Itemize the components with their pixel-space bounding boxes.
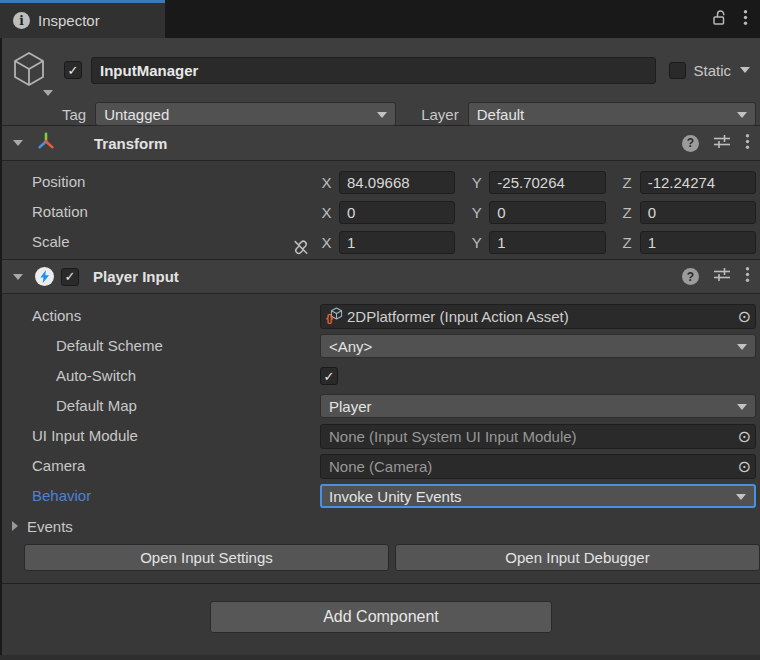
actions-object-field[interactable]: {} 2DPlatformer (Input Action Asset) ⊙ xyxy=(320,304,756,329)
rotation-z-value: 0 xyxy=(648,204,656,221)
axis-y-label: Y xyxy=(470,204,483,221)
open-input-debugger-button[interactable]: Open Input Debugger xyxy=(395,544,760,571)
axis-z-label: Z xyxy=(621,174,634,191)
axis-z-label: Z xyxy=(621,204,634,221)
behavior-dropdown[interactable]: Invoke Unity Events xyxy=(320,484,756,508)
position-z-field[interactable]: -12.24274 xyxy=(640,171,756,194)
player-input-header[interactable]: ✓ Player Input ? xyxy=(0,259,760,294)
auto-switch-label: Auto-Switch xyxy=(56,367,136,384)
scale-z-value: 1 xyxy=(648,234,656,251)
scale-z-field[interactable]: 1 xyxy=(640,231,756,254)
axis-y-label: Y xyxy=(470,234,483,251)
actions-row: Actions {} 2DPlatformer (Input Action As… xyxy=(2,301,760,331)
default-map-dropdown[interactable]: Player xyxy=(320,394,756,418)
behavior-row: Behavior Invoke Unity Events xyxy=(2,481,760,511)
rotation-y-field[interactable]: 0 xyxy=(489,201,605,224)
transform-body: Position X 84.09668 Y -25.70264 Z -12.24… xyxy=(0,161,760,259)
behavior-value: Invoke Unity Events xyxy=(329,488,462,505)
ui-input-module-value: None (Input System UI Input Module) xyxy=(329,428,577,445)
checkmark-icon: ✓ xyxy=(324,369,335,384)
rotation-row: Rotation X 0 Y 0 Z 0 xyxy=(2,197,760,227)
player-input-icon xyxy=(35,267,54,286)
info-icon: i xyxy=(13,12,30,29)
help-icon[interactable]: ? xyxy=(682,135,699,152)
default-map-label: Default Map xyxy=(56,397,137,414)
scale-x-field[interactable]: 1 xyxy=(339,231,455,254)
presets-icon[interactable] xyxy=(713,267,731,286)
gameobject-name-field[interactable]: InputManager xyxy=(91,57,656,84)
static-dropdown-arrow[interactable] xyxy=(740,67,750,73)
transform-foldout-icon[interactable] xyxy=(13,140,23,146)
gameobject-active-checkbox[interactable]: ✓ xyxy=(64,61,82,79)
gameobject-header: ✓ InputManager Static Tag Untagged Layer… xyxy=(0,38,760,126)
scale-label: Scale xyxy=(32,233,70,250)
checkmark-icon: ✓ xyxy=(68,63,79,78)
position-y-field[interactable]: -25.70264 xyxy=(489,171,605,194)
position-x-value: 84.09668 xyxy=(347,174,410,191)
default-map-row: Default Map Player xyxy=(2,391,760,421)
help-icon[interactable]: ? xyxy=(682,268,699,285)
behavior-label: Behavior xyxy=(32,487,91,504)
gameobject-icon[interactable] xyxy=(10,50,64,90)
object-picker-icon[interactable]: ⊙ xyxy=(733,305,755,328)
rotation-x-value: 0 xyxy=(347,204,355,221)
position-z-value: -12.24274 xyxy=(648,174,716,191)
tag-value: Untagged xyxy=(104,106,169,123)
player-input-body: Actions {} 2DPlatformer (Input Action As… xyxy=(0,294,760,583)
open-input-settings-button[interactable]: Open Input Settings xyxy=(24,544,389,571)
unlock-icon[interactable] xyxy=(711,9,727,30)
actions-value: 2DPlatformer (Input Action Asset) xyxy=(347,308,569,325)
axis-z-label: Z xyxy=(621,234,634,251)
inspector-footer: Add Component xyxy=(0,583,760,657)
presets-icon[interactable] xyxy=(713,134,731,153)
axis-y-label: Y xyxy=(470,174,483,191)
icon-dropdown-arrow[interactable] xyxy=(43,90,53,96)
rotation-x-field[interactable]: 0 xyxy=(339,201,455,224)
open-input-settings-label: Open Input Settings xyxy=(140,549,273,566)
player-input-foldout-icon[interactable] xyxy=(13,274,23,280)
broken-link-icon[interactable] xyxy=(292,239,310,260)
scale-y-value: 1 xyxy=(497,234,505,251)
tag-label: Tag xyxy=(62,106,86,123)
braces-glyph: {} xyxy=(326,313,332,324)
position-x-field[interactable]: 84.09668 xyxy=(339,171,455,194)
rotation-z-field[interactable]: 0 xyxy=(640,201,756,224)
object-picker-icon[interactable]: ⊙ xyxy=(733,425,755,448)
events-foldout-icon[interactable] xyxy=(12,521,18,531)
object-picker-icon[interactable]: ⊙ xyxy=(733,455,755,478)
kebab-menu-icon[interactable] xyxy=(745,266,750,287)
transform-header[interactable]: Transform ? xyxy=(0,126,760,161)
ui-input-module-object-field[interactable]: None (Input System UI Input Module) ⊙ xyxy=(320,424,756,449)
kebab-menu-icon[interactable] xyxy=(745,133,750,154)
camera-label: Camera xyxy=(32,457,85,474)
layer-dropdown[interactable]: Default xyxy=(468,102,756,126)
default-scheme-value: <Any> xyxy=(329,338,372,355)
open-input-debugger-label: Open Input Debugger xyxy=(505,549,649,566)
actions-label: Actions xyxy=(32,307,81,324)
camera-row: Camera None (Camera) ⊙ xyxy=(2,451,760,481)
tag-dropdown[interactable]: Untagged xyxy=(95,102,396,126)
window-bottom-edge xyxy=(0,655,760,660)
scale-y-field[interactable]: 1 xyxy=(489,231,605,254)
add-component-button[interactable]: Add Component xyxy=(210,601,552,633)
rotation-label: Rotation xyxy=(32,203,88,220)
events-row[interactable]: Events xyxy=(2,511,760,541)
auto-switch-checkbox[interactable]: ✓ xyxy=(320,367,338,385)
camera-object-field[interactable]: None (Camera) ⊙ xyxy=(320,454,756,479)
kebab-menu-icon[interactable] xyxy=(743,9,748,30)
position-y-value: -25.70264 xyxy=(497,174,565,191)
camera-value: None (Camera) xyxy=(329,458,432,475)
default-scheme-dropdown[interactable]: <Any> xyxy=(320,334,756,358)
auto-switch-row: Auto-Switch ✓ xyxy=(2,361,760,391)
axis-x-label: X xyxy=(320,174,333,191)
tab-bar: i Inspector xyxy=(0,0,760,38)
static-checkbox[interactable] xyxy=(669,62,686,79)
player-input-enabled-checkbox[interactable]: ✓ xyxy=(61,268,79,286)
tab-inspector[interactable]: i Inspector xyxy=(0,0,165,38)
transform-title: Transform xyxy=(94,135,167,152)
layer-value: Default xyxy=(477,106,525,123)
scale-row: Scale X 1 Y 1 Z 1 xyxy=(2,227,760,257)
events-label: Events xyxy=(27,518,73,535)
add-component-label: Add Component xyxy=(323,608,439,626)
layer-label: Layer xyxy=(421,106,459,123)
